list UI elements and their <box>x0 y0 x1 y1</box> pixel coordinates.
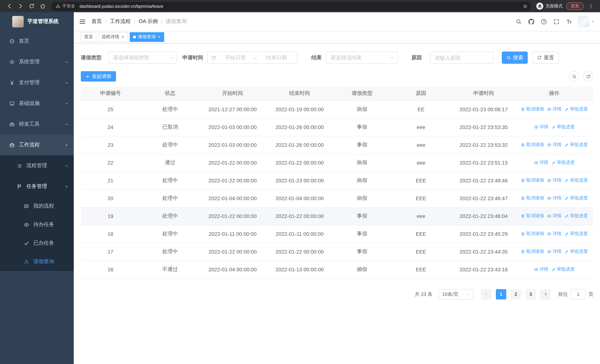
user-menu[interactable] <box>578 16 595 27</box>
detail-link[interactable]: 详情 <box>534 266 548 273</box>
sidebar-item-home[interactable]: 首页 <box>0 31 74 52</box>
header-search-button[interactable] <box>512 12 525 31</box>
approval-progress-link[interactable]: 审批进度 <box>564 213 588 219</box>
start-date-placeholder[interactable]: 开始日期 <box>219 54 252 61</box>
refresh-table-button[interactable] <box>583 71 593 82</box>
sidebar-item-workflow[interactable]: 工作流程 <box>0 135 74 155</box>
detail-link[interactable]: 详情 <box>534 159 548 166</box>
tab-leave-query[interactable]: 请假查询 <box>130 32 164 42</box>
approval-progress-link[interactable]: 审批进度 <box>564 177 588 184</box>
approval-progress-link[interactable]: 审批进度 <box>564 195 588 201</box>
breadcrumb-item[interactable]: 工作流程 <box>110 18 131 25</box>
breadcrumb-current: 请假查询 <box>166 18 187 25</box>
detail-link[interactable]: 详情 <box>547 213 562 219</box>
detail-link[interactable]: 详情 <box>547 231 562 237</box>
table-row: 18处理中2022-01-11 00:00:002022-01-11 00:00… <box>81 225 593 243</box>
page-size-select[interactable]: 10条/页 <box>438 289 474 299</box>
sidebar-item-infrastructure[interactable]: 基础设施 <box>0 93 74 114</box>
cancel-leave-link[interactable]: 取消请假 <box>521 106 544 112</box>
approval-progress-link[interactable]: 审批进度 <box>564 106 588 112</box>
approval-progress-link[interactable]: 审批进度 <box>551 159 575 166</box>
cell-apply-id: 24 <box>81 118 140 136</box>
browser-back-button[interactable] <box>4 1 14 11</box>
sidebar-item-my-process[interactable]: 我的流程 <box>0 197 74 215</box>
cancel-leave-link[interactable]: 取消请假 <box>521 177 544 184</box>
active-dot <box>133 35 136 38</box>
page-button-1[interactable]: 1 <box>496 289 506 299</box>
tab-process-detail[interactable]: 流程详情 <box>98 32 128 42</box>
approval-progress-link[interactable]: 审批进度 <box>564 231 588 237</box>
approval-progress-link[interactable]: 审批进度 <box>564 142 588 148</box>
sidebar-item-leave-query[interactable]: 请假查询 <box>0 252 74 271</box>
page-button-3[interactable]: 3 <box>525 289 536 299</box>
sidebar-item-done-tasks[interactable]: 已办任务 <box>0 234 74 252</box>
detail-link[interactable]: 详情 <box>547 177 562 184</box>
cancel-leave-link[interactable]: 取消请假 <box>521 142 544 148</box>
approval-progress-link[interactable]: 审批进度 <box>564 249 588 255</box>
approval-progress-link[interactable]: 审批进度 <box>551 124 575 130</box>
end-date-placeholder[interactable]: 结束日期 <box>260 54 293 61</box>
close-icon[interactable] <box>121 35 124 38</box>
security-chip[interactable]: 不安全 <box>56 3 79 9</box>
prev-page-button[interactable] <box>481 289 491 299</box>
cancel-leave-link[interactable]: 取消请假 <box>521 213 544 219</box>
address-bar[interactable]: 不安全 dashboard.yudao.iocoder.cn/bpm/oa/le… <box>51 2 531 10</box>
bookmark-button[interactable] <box>521 2 530 10</box>
sidebar: 芋道管理系统 首页系统管理支付管理基础设施研发工具工作流程流程管理任务管理我的流… <box>0 12 74 364</box>
font-size-button[interactable] <box>562 12 575 31</box>
browser-menu-button[interactable] <box>586 1 596 11</box>
sidebar-item-process-mgmt[interactable]: 流程管理 <box>0 155 74 176</box>
browser-update-button[interactable]: 更新 <box>566 2 584 10</box>
approval-progress-link[interactable]: 审批进度 <box>551 266 575 273</box>
page-button-2[interactable]: 2 <box>511 289 521 299</box>
table-row: 20处理中2022-01-04 00:00:002022-01-04 00:00… <box>81 189 593 207</box>
reason-input[interactable] <box>430 52 494 64</box>
toggle-search-button[interactable] <box>569 71 579 82</box>
browser-reload-button[interactable] <box>27 1 36 11</box>
reset-button[interactable]: 重置 <box>532 52 559 64</box>
browser-forward-button[interactable] <box>16 1 25 11</box>
breadcrumb-item[interactable]: OA 示例 <box>139 18 158 25</box>
detail-link[interactable]: 详情 <box>547 249 562 255</box>
pen-icon <box>564 178 569 183</box>
reason-label: 原因 <box>411 54 422 61</box>
github-button[interactable] <box>525 12 537 31</box>
cell-apply-time: 2022-01-22 23:53:32 <box>452 136 515 154</box>
leave-type-select[interactable]: 请选择请假类型 <box>108 52 177 64</box>
cancel-leave-link[interactable]: 取消请假 <box>521 195 544 201</box>
github-icon <box>528 18 534 25</box>
sidebar-item-payment[interactable]: 支付管理 <box>0 72 74 93</box>
app-logo[interactable]: 芋道管理系统 <box>0 12 74 31</box>
detail-link[interactable]: 详情 <box>547 142 562 148</box>
browser-home-button[interactable] <box>38 1 47 11</box>
detail-link[interactable]: 详情 <box>547 106 562 112</box>
cell-reason: eee <box>390 207 452 225</box>
cell-apply-id: 17 <box>81 243 140 261</box>
detail-link[interactable]: 详情 <box>534 124 548 130</box>
detail-link[interactable]: 详情 <box>547 195 562 201</box>
next-page-button[interactable] <box>540 289 551 299</box>
cell-leave-type: 病假 <box>334 172 390 189</box>
search-button[interactable]: 搜索 <box>502 52 528 64</box>
tab-home[interactable]: 首页 <box>81 32 96 42</box>
calendar-icon <box>211 55 216 60</box>
fullscreen-button[interactable] <box>550 12 562 31</box>
help-button[interactable] <box>537 12 550 31</box>
sidebar-item-label: 流程管理 <box>26 162 65 169</box>
sidebar-item-devtools[interactable]: 研发工具 <box>0 114 74 135</box>
result-select[interactable]: 请选择流结果 <box>326 52 398 64</box>
sidebar-item-task-mgmt[interactable]: 任务管理 <box>0 176 74 197</box>
breadcrumb-item[interactable]: 首页 <box>92 18 102 25</box>
cancel-leave-link[interactable]: 取消请假 <box>521 231 544 237</box>
pen-icon <box>564 232 569 236</box>
close-icon[interactable] <box>158 35 161 38</box>
apply-time-range-picker[interactable]: 开始日期 - 结束日期 <box>207 52 297 64</box>
cancel-leave-link[interactable]: 取消请假 <box>521 249 544 255</box>
sidebar-item-system[interactable]: 系统管理 <box>0 52 74 72</box>
goto-page-input[interactable] <box>571 289 586 299</box>
create-leave-button[interactable]: 发起请假 <box>81 71 116 82</box>
goto-label: 前往 <box>558 291 568 298</box>
sidebar-item-todo-tasks[interactable]: 待办任务 <box>0 215 74 234</box>
sidebar-toggle-button[interactable] <box>74 12 91 31</box>
back-arrow-icon <box>6 3 12 9</box>
